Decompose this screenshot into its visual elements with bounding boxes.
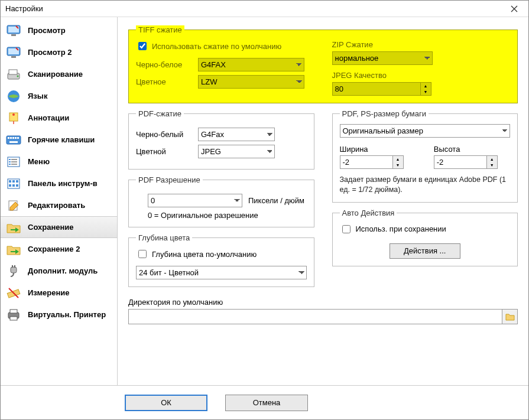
globe-icon: [5, 89, 22, 103]
svg-rect-23: [11, 161, 17, 162]
depth-default-checkbox[interactable]: [138, 250, 147, 258]
depth-default-label: Глубина цвета по-умолчанию: [152, 250, 257, 259]
content-pane: TIFF сжатие Использовать сжатие по умолч…: [118, 17, 528, 385]
sidebar-item-measure[interactable]: Измерение: [1, 282, 117, 304]
svg-rect-27: [9, 180, 11, 183]
sidebar-item-toolbar[interactable]: Панель инструм-в: [1, 172, 117, 194]
dir-input[interactable]: [128, 309, 502, 324]
paper-size-select[interactable]: Оригинальный размер: [340, 124, 511, 138]
folder-arrow-icon: [5, 220, 22, 235]
pencil-icon: [5, 198, 22, 213]
pdf-color-label: Цветной: [136, 147, 192, 156]
sidebar-item-vprinter[interactable]: Виртуальн. Принтер: [1, 304, 117, 325]
svg-rect-18: [9, 141, 18, 143]
svg-rect-16: [15, 137, 17, 139]
jpeg-q-input[interactable]: [332, 82, 421, 96]
paper-h-input[interactable]: [434, 155, 487, 169]
settings-window: Настройки Просмотр Просмотр 2 Сканирован…: [0, 0, 529, 420]
tiff-bw-select[interactable]: G4FAX: [198, 58, 304, 71]
pin-icon: [5, 111, 22, 125]
ok-button[interactable]: ОК: [125, 395, 207, 411]
sidebar-item-annotations[interactable]: Аннотации: [1, 107, 117, 129]
svg-rect-31: [12, 184, 15, 187]
sidebar-item-label: Просмотр: [28, 26, 66, 35]
tiff-group: TIFF сжатие Использовать сжатие по умолч…: [128, 25, 518, 103]
close-button[interactable]: [502, 1, 526, 17]
footer: ОК Отмена: [1, 385, 528, 419]
sidebar-item-hotkeys[interactable]: Горячие клавиши: [1, 129, 117, 151]
tiff-legend: TIFF сжатие: [136, 25, 184, 34]
list-icon: [5, 155, 22, 169]
monitor-icon: [5, 24, 22, 38]
pdf-res-note: 0 = Оригинальное разрешение: [148, 211, 307, 220]
paper-w-label: Ширина: [340, 145, 416, 154]
depth-legend: Глубина цвета: [136, 233, 192, 242]
jpeg-q-spinner[interactable]: ▲▼: [421, 82, 431, 96]
keyboard-icon: [5, 133, 22, 147]
svg-rect-2: [11, 34, 16, 36]
auto-use-label: Использ. при сохранении: [356, 224, 446, 233]
svg-rect-34: [11, 267, 17, 273]
depth-select[interactable]: 24 бит - Цветной: [136, 266, 307, 279]
pdf-res-group: PDF Разрешение 0 Пиксели / дюйм 0 = Ориг…: [128, 175, 314, 227]
sidebar-item-label: Редактировать: [28, 201, 85, 210]
depth-group: Глубина цвета Глубина цвета по-умолчанию…: [128, 233, 314, 287]
svg-rect-28: [12, 180, 15, 183]
tiff-color-select[interactable]: LZW: [198, 75, 304, 89]
cancel-button[interactable]: Отмена: [225, 395, 308, 411]
sidebar-item-label: Сканирование: [28, 70, 83, 79]
pdf-color-select[interactable]: JPEG: [198, 145, 275, 158]
plug-icon: [5, 264, 22, 278]
svg-rect-7: [9, 70, 17, 74]
folder-icon: [505, 312, 515, 321]
sidebar-item-language[interactable]: Язык: [1, 85, 117, 107]
sidebar-item-label: Сохранение: [28, 223, 74, 232]
sidebar-item-plugin[interactable]: Дополнит. модуль: [1, 260, 117, 282]
sidebar-item-view[interactable]: Просмотр: [1, 19, 117, 41]
sidebar-item-menu[interactable]: Меню: [1, 151, 117, 172]
pdf-res-legend: PDF Разрешение: [136, 175, 203, 184]
paper-h-label: Высота: [434, 145, 510, 154]
svg-point-11: [12, 113, 15, 116]
monitor-icon: [5, 45, 22, 60]
zip-select[interactable]: нормальное: [332, 51, 433, 65]
paper-w-spinner[interactable]: ▲▼: [393, 155, 404, 169]
auto-group: Авто Действия Использ. при сохранении Де…: [332, 209, 518, 266]
tiff-bw-label: Черно-белое: [136, 60, 192, 69]
titlebar: Настройки: [1, 1, 528, 17]
browse-button[interactable]: [502, 309, 518, 324]
sidebar-item-view2[interactable]: Просмотр 2: [1, 41, 117, 63]
sidebar-item-label: Меню: [28, 157, 50, 166]
svg-rect-13: [8, 137, 9, 139]
sidebar-item-label: Дополнит. модуль: [28, 266, 98, 275]
svg-rect-20: [9, 159, 11, 160]
grid-icon: [5, 177, 22, 191]
svg-rect-32: [16, 184, 18, 187]
auto-use-checkbox[interactable]: [342, 225, 350, 233]
sidebar-item-label: Панель инструм-в: [28, 179, 98, 188]
svg-rect-29: [16, 180, 18, 183]
paper-w-input[interactable]: [340, 155, 393, 169]
actions-button[interactable]: Действия ...: [390, 243, 460, 259]
pdf-compress-legend: PDF-сжатие: [136, 109, 184, 118]
tiff-use-default-checkbox[interactable]: [138, 42, 147, 50]
svg-rect-24: [9, 164, 11, 165]
svg-rect-14: [10, 137, 12, 139]
dir-label: Директория по умолчанию: [128, 298, 518, 307]
svg-rect-22: [9, 161, 11, 162]
paper-h-spinner[interactable]: ▲▼: [487, 155, 498, 169]
sidebar-item-scan[interactable]: Сканирование: [1, 63, 117, 85]
sidebar-item-edit[interactable]: Редактировать: [1, 194, 117, 216]
printer-icon: [5, 308, 22, 322]
zip-label: ZIP Сжатие: [332, 40, 511, 49]
pdf-bw-select[interactable]: G4Fax: [198, 128, 275, 141]
svg-rect-15: [12, 137, 14, 139]
sidebar-item-save2[interactable]: Сохранение 2: [1, 238, 117, 260]
window-title: Настройки: [5, 4, 43, 13]
pdf-res-select[interactable]: 0: [148, 194, 242, 207]
sidebar-item-save[interactable]: Сохранение: [1, 216, 117, 238]
svg-rect-25: [11, 164, 17, 165]
sidebar-item-label: Горячие клавиши: [28, 135, 95, 144]
folder-arrow-icon: [5, 242, 22, 256]
jpeg-q-label: JPEG Качество: [332, 71, 511, 80]
